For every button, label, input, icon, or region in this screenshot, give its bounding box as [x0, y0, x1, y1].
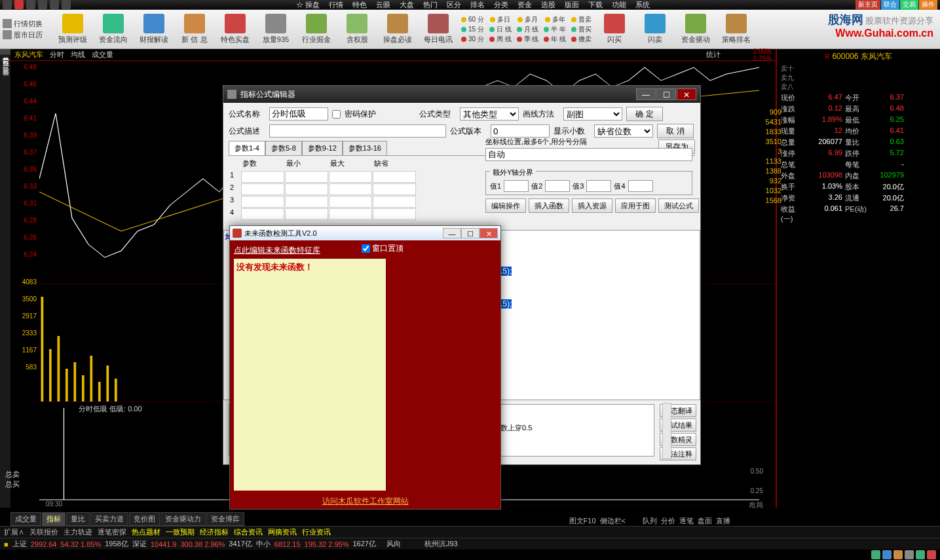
desc-input[interactable]: [269, 124, 446, 138]
param-cell[interactable]: [373, 196, 416, 208]
toolbar-item[interactable]: 预测评级: [55, 14, 90, 45]
back-icon[interactable]: [3, 0, 12, 9]
toolbar-item[interactable]: 操盘必读: [380, 14, 415, 45]
tray-icon[interactable]: [882, 550, 892, 559]
status-item[interactable]: 行业资讯: [302, 527, 331, 537]
pwd-checkbox[interactable]: [332, 110, 341, 119]
toolbar-item[interactable]: 含权股: [339, 14, 375, 45]
menu-item[interactable]: 云眼: [376, 0, 390, 10]
stat-label[interactable]: 统计: [706, 50, 721, 60]
status-item[interactable]: 热点题材: [132, 527, 160, 537]
toolbar-item[interactable]: 行业掘金: [299, 14, 334, 45]
tray-icon[interactable]: [905, 550, 914, 559]
stock-calendar[interactable]: 股市日历: [3, 30, 55, 40]
type-select[interactable]: 其他类型: [460, 107, 519, 121]
menu-item[interactable]: 资金: [517, 0, 532, 10]
status-item[interactable]: 关联报价: [29, 527, 58, 537]
tab-newmain[interactable]: 新主页: [855, 0, 880, 10]
op-button[interactable]: 应用于图: [615, 198, 656, 213]
op-button[interactable]: 测试公式: [658, 198, 699, 213]
footer-link[interactable]: 访问木瓜软件工作室网站: [230, 493, 500, 510]
param-tab[interactable]: 参数5-8: [265, 141, 302, 155]
tab-union[interactable]: 联合: [881, 0, 899, 10]
toolbar-item[interactable]: 闪卖: [637, 14, 673, 45]
op-button[interactable]: 插入资源: [572, 198, 612, 213]
dec-select[interactable]: 缺省位数: [594, 124, 653, 138]
menu-star[interactable]: ☆ 操盘: [296, 0, 320, 10]
param-tab[interactable]: 参数1-4: [229, 141, 265, 155]
toolbar-item[interactable]: 资金驱动: [678, 14, 713, 45]
tab-live[interactable]: 直播: [716, 516, 730, 526]
dialog-titlebar[interactable]: 指标公式编辑器 — ☐ ✕: [223, 86, 700, 103]
status-item[interactable]: 网摘资讯: [268, 527, 297, 537]
param-cell[interactable]: [285, 171, 328, 183]
menu-item[interactable]: 特色: [352, 0, 367, 10]
home-icon[interactable]: [14, 0, 24, 9]
status-item[interactable]: 主力轨迹: [64, 527, 92, 537]
param-cell[interactable]: [241, 208, 284, 220]
status-item[interactable]: 一致预期: [166, 527, 195, 537]
param-cell[interactable]: [373, 171, 416, 183]
tab-queue[interactable]: 队列: [643, 516, 657, 526]
indicator-tab[interactable]: 竞价图: [129, 512, 160, 526]
expand-icon[interactable]: [62, 0, 71, 9]
minimize-icon[interactable]: —: [636, 88, 656, 100]
toolbar-item[interactable]: 资金流向: [96, 14, 131, 45]
indicator-tab[interactable]: 指标: [42, 512, 66, 526]
y-value-input[interactable]: [504, 180, 529, 192]
toolbar-period-group[interactable]: 60 分15 分30 分: [461, 14, 484, 45]
toolbar-item[interactable]: 放量935: [258, 14, 293, 45]
toolbar-item[interactable]: 闪买: [597, 14, 632, 45]
param-cell[interactable]: [241, 183, 284, 195]
prev-icon[interactable]: [26, 0, 35, 9]
menu-item[interactable]: 下载: [588, 0, 603, 10]
quote-switch[interactable]: 行情切换: [3, 19, 55, 29]
param-tab[interactable]: 参数13-16: [343, 141, 387, 155]
tab-tick[interactable]: 逐笔: [679, 516, 694, 526]
close-icon[interactable]: ✕: [677, 88, 696, 100]
next-icon[interactable]: [38, 0, 47, 9]
toolbar-period-group[interactable]: 多日日 线周 线: [489, 14, 512, 45]
param-cell[interactable]: [241, 196, 284, 208]
param-cell[interactable]: [285, 208, 328, 220]
menu-item[interactable]: 系统: [635, 0, 650, 10]
param-cell[interactable]: [373, 208, 416, 220]
tray-icon[interactable]: [927, 550, 936, 559]
op-button[interactable]: 编辑操作: [485, 198, 526, 213]
toolbar-item[interactable]: 每日电讯: [421, 14, 456, 45]
menu-item[interactable]: 区分: [447, 0, 461, 10]
indicator-tab[interactable]: 资金博弈: [206, 512, 244, 526]
indicator-tab[interactable]: 成交量: [10, 512, 41, 526]
indicator-tab[interactable]: 资金驱动力: [160, 512, 206, 526]
side-tab-tech[interactable]: 技术分析: [0, 55, 10, 61]
status-item[interactable]: 逐笔密探: [98, 527, 126, 537]
ver-input[interactable]: [491, 124, 550, 138]
indicator-tab[interactable]: 量比: [66, 512, 90, 526]
scrollbar[interactable]: [662, 403, 671, 459]
ontop-checkbox[interactable]: [362, 244, 370, 253]
cancel-button[interactable]: 取 消: [657, 124, 694, 138]
toolbar-item[interactable]: 新 信 息: [177, 14, 212, 45]
name-input[interactable]: [269, 107, 328, 121]
status-item[interactable]: 经济指标: [200, 527, 229, 537]
maximize-icon[interactable]: ☐: [461, 228, 479, 238]
toolbar-period-group[interactable]: 多年半 年年 线: [544, 14, 566, 45]
layout-label[interactable]: 布局: [749, 500, 763, 510]
tab-ops[interactable]: 操作: [919, 0, 937, 10]
menu-item[interactable]: 大盘: [400, 0, 414, 10]
tab-sidebar[interactable]: 侧边栏<: [600, 516, 626, 526]
y-value-input[interactable]: [628, 180, 653, 192]
y-value-input[interactable]: [586, 180, 611, 192]
param-cell[interactable]: [329, 196, 372, 208]
status-item[interactable]: 综合资讯: [234, 527, 263, 537]
toolbar-item[interactable]: 特色实盘: [217, 14, 253, 45]
param-cell[interactable]: [285, 196, 328, 208]
param-cell[interactable]: [329, 208, 372, 220]
ok-button[interactable]: 确 定: [626, 107, 663, 121]
status-item[interactable]: 扩展∧: [4, 527, 24, 537]
menu-item[interactable]: 功能: [612, 0, 626, 10]
toolbar-period-group[interactable]: 多月月 线季 线: [517, 14, 539, 45]
toolbar-item[interactable]: 财报解读: [136, 14, 172, 45]
side-tab-fund[interactable]: 基本资料: [0, 61, 10, 67]
minimize-icon[interactable]: —: [443, 228, 461, 238]
